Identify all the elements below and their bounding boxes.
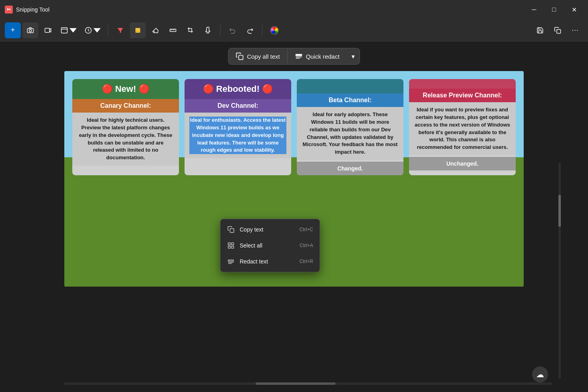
select-all-label: Select all (240, 242, 295, 249)
copy-text-menu-icon (227, 226, 235, 234)
svg-rect-3 (62, 28, 68, 33)
minimize-button[interactable]: ─ (525, 3, 543, 16)
more-icon: ··· (572, 26, 579, 34)
color-circle (270, 26, 279, 35)
scrollbar[interactable] (558, 163, 561, 378)
main-content: 🔴 New! 🔴 Canary Channel: Ideal for highl… (0, 71, 588, 287)
app-title: Snipping Tool (16, 6, 522, 13)
horizontal-scrollbar[interactable] (64, 382, 552, 385)
filter-button[interactable] (112, 22, 128, 38)
window-snip-button[interactable] (58, 22, 80, 38)
close-button[interactable]: ✕ (565, 3, 583, 16)
window-controls: ─ □ ✕ (525, 3, 583, 16)
recents-button[interactable] (81, 22, 104, 38)
card-canary-subheader-text: Canary Channel: (100, 102, 151, 109)
card-release: Release Preview Channel: Ideal if you wa… (409, 79, 516, 175)
separator-3 (262, 25, 262, 36)
crop-button[interactable] (183, 22, 199, 38)
touch-button[interactable] (200, 22, 216, 38)
card-canary-subheader: Canary Channel: (72, 99, 179, 113)
card-dev-subheader: Dev Channel: (185, 99, 291, 113)
card-canary-description: Ideal for highly technical users. Previe… (77, 117, 174, 162)
redo-button[interactable] (242, 22, 258, 38)
cards-container: 🔴 New! 🔴 Canary Channel: Ideal for highl… (72, 79, 516, 175)
context-redact-text[interactable]: Redact text Ctrl+R (220, 253, 320, 269)
clock-icon (85, 27, 92, 34)
svg-rect-8 (557, 29, 561, 33)
cloud-button[interactable]: ☁ (532, 366, 548, 382)
color-button[interactable] (266, 22, 282, 38)
save-button[interactable] (532, 22, 548, 38)
svg-rect-10 (296, 54, 302, 55)
card-beta-subheader: Beta Channel: (297, 93, 403, 107)
screenshot-canvas[interactable]: 🔴 New! 🔴 Canary Channel: Ideal for highl… (64, 71, 524, 287)
svg-rect-16 (228, 246, 230, 248)
quick-redact-button[interactable]: Quick redact (288, 48, 347, 64)
chevron-down-icon (70, 27, 77, 34)
svg-rect-13 (230, 229, 234, 233)
camera-icon (27, 27, 34, 34)
redact-menu-icon (227, 257, 235, 265)
crop-icon (187, 27, 194, 34)
more-button[interactable]: ··· (567, 22, 583, 38)
titlebar: ✂ Snipping Tool ─ □ ✕ (0, 0, 588, 19)
ruler-button[interactable] (165, 22, 181, 38)
window-icon (61, 27, 68, 34)
copy-text-icon (236, 52, 244, 60)
maximize-button[interactable]: □ (545, 3, 563, 16)
card-beta-description: Ideal for early adopters. These Windows … (302, 111, 399, 156)
card-release-subheader: Release Preview Channel: (409, 89, 516, 102)
touch-icon (205, 27, 212, 34)
card-release-footer-text: Unchanged. (446, 160, 478, 167)
video-button[interactable] (40, 22, 56, 38)
action-bar: Copy all text Quick redact ▾ (0, 42, 588, 71)
screenshot-button[interactable] (22, 22, 38, 38)
card-canary-title: 🔴 New! 🔴 (102, 84, 149, 94)
card-release-subheader-text: Release Preview Channel: (423, 92, 502, 99)
new-button[interactable]: + (5, 22, 21, 38)
copy-all-text-button[interactable]: Copy all text (228, 48, 287, 64)
card-release-footer: Unchanged. (409, 157, 516, 170)
card-dev-subheader-text: Dev Channel: (217, 102, 258, 109)
card-dev: 🔴 Rebooted! 🔴 Dev Channel: Ideal for ent… (185, 79, 291, 175)
separator-1 (108, 25, 108, 36)
scrollbar-thumb[interactable] (558, 195, 561, 227)
quick-redact-dropdown[interactable]: ▾ (347, 49, 360, 64)
context-menu: Copy text Ctrl+C Select all Ctrl+A Redac… (220, 219, 320, 272)
svg-rect-18 (228, 260, 234, 261)
svg-rect-14 (228, 243, 230, 245)
card-release-header (409, 79, 516, 89)
cloud-icon: ☁ (536, 370, 544, 379)
copy-all-text-label: Copy all text (247, 53, 280, 60)
highlight-button[interactable] (130, 22, 146, 38)
undo-button[interactable] (224, 22, 240, 38)
plus-icon: + (11, 26, 15, 34)
copy-all-button[interactable] (550, 22, 566, 38)
card-beta-body: Ideal for early adopters. These Windows … (297, 107, 403, 160)
card-dev-title: 🔴 Rebooted! 🔴 (203, 84, 273, 94)
copy-text-shortcut: Ctrl+C (300, 227, 313, 232)
card-beta-footer: Changed. (297, 162, 403, 175)
toolbar: + (0, 19, 588, 42)
redo-icon (246, 27, 254, 34)
card-dev-description: Ideal for enthusiasts. Access the latest… (189, 117, 286, 154)
context-select-all[interactable]: Select all Ctrl+A (220, 238, 320, 253)
highlight-icon (134, 27, 141, 34)
filter-icon (117, 27, 124, 34)
text-actions-group: Copy all text Quick redact ▾ (228, 48, 360, 65)
card-release-body: Ideal if you want to preview fixes and c… (409, 102, 516, 155)
card-canary-header: 🔴 New! 🔴 (72, 79, 179, 99)
svg-rect-17 (232, 246, 234, 248)
quick-redact-label: Quick redact (306, 53, 340, 60)
card-release-description: Ideal if you want to preview fixes and c… (414, 106, 511, 151)
horizontal-scrollbar-thumb[interactable] (256, 382, 336, 385)
context-copy-text[interactable]: Copy text Ctrl+C (220, 222, 320, 238)
app-icon: ✂ (5, 6, 13, 14)
card-beta-header (297, 79, 403, 93)
ruler-icon (169, 27, 177, 34)
eraser-icon (152, 27, 159, 34)
select-all-shortcut: Ctrl+A (300, 243, 313, 248)
copy-text-label: Copy text (240, 226, 295, 233)
eraser-button[interactable] (147, 22, 163, 38)
redact-icon (295, 52, 303, 60)
